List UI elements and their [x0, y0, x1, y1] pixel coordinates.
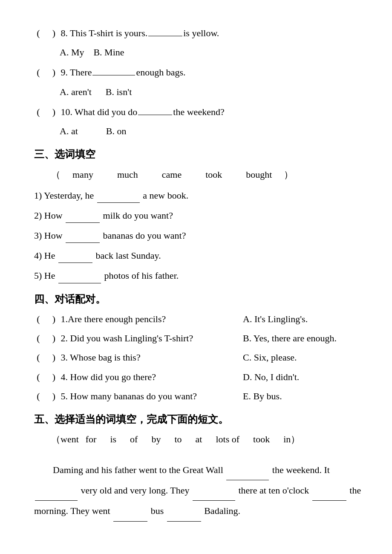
- fill-blank-1[interactable]: [97, 194, 140, 203]
- m4-answer-text: D. No, I didn't.: [243, 372, 299, 382]
- question-9: ( ) 9. There enough bags.: [34, 65, 366, 80]
- m4-paren-close: ): [50, 369, 58, 384]
- m1-answer-text: A. It's Lingling's.: [243, 314, 308, 324]
- m5-paren-open: (: [34, 389, 43, 404]
- q10-post: the weekend?: [173, 104, 224, 119]
- paren-8-close: ): [50, 26, 58, 40]
- fill-q2-num: 2) How: [34, 210, 63, 221]
- m2-answer: [43, 331, 50, 346]
- section-1-3: ( ) 8. This T-shirt is yours. is yellow.…: [34, 26, 366, 138]
- paren-9-close: ): [50, 65, 58, 80]
- fill-q5-post: photos of his father.: [104, 270, 179, 281]
- word-many: many: [72, 167, 93, 182]
- fill-q2: 2) How milk do you want?: [34, 208, 366, 223]
- word-came: came: [162, 167, 182, 182]
- word-took: took: [205, 167, 222, 182]
- paren-10: (: [34, 104, 43, 119]
- match-5: ( ) 5. How many bananas do you want? E. …: [34, 389, 366, 404]
- blank-9-answer: [43, 65, 50, 80]
- m3-answer: [43, 350, 50, 365]
- fill-q3-post: bananas do you want?: [103, 230, 186, 241]
- section-3-title: 三、选词填空: [34, 146, 366, 162]
- fill-q3-num: 3) How: [34, 230, 63, 241]
- blank-8-answer: [43, 26, 50, 40]
- m2-answer-text: B. Yes, there are enough.: [243, 333, 337, 343]
- fill-blank-3[interactable]: [66, 234, 100, 243]
- fill-q1-post: a new book.: [143, 190, 188, 201]
- match-2-left: ( ) 2. Did you wash Lingling's T-shirt?: [34, 331, 243, 346]
- fill-blank-5[interactable]: [58, 275, 101, 283]
- blank-9[interactable]: [92, 67, 135, 75]
- q10-options-text: A. at B. on: [60, 126, 126, 136]
- fill-blank-4[interactable]: [58, 254, 92, 263]
- fill-q5: 5) He photos of his father.: [34, 268, 366, 283]
- fill-blank-2[interactable]: [66, 214, 100, 223]
- para-blank-5[interactable]: [113, 513, 147, 522]
- s5-to: to: [174, 432, 182, 447]
- fill-q4: 4) He back last Sunday.: [34, 248, 366, 263]
- m4-paren-open: (: [34, 369, 43, 384]
- blank-10[interactable]: [138, 107, 172, 115]
- fill-q3: 3) How bananas do you want?: [34, 228, 366, 243]
- para-blank-6[interactable]: [167, 513, 201, 522]
- m3-answer-text: C. Six, please.: [243, 352, 297, 363]
- question-10: ( ) 10. What did you do the weekend?: [34, 104, 366, 119]
- s5-at: at: [196, 432, 202, 447]
- m5-answer-text: E. By bus.: [243, 391, 282, 401]
- q10-options: A. at B. on: [60, 124, 366, 138]
- m1-paren-close: ): [50, 312, 58, 326]
- para-blank-2[interactable]: [35, 492, 78, 501]
- match-1-left: ( ) 1.Are there enough pencils?: [34, 312, 243, 326]
- section-5-paragraph: Daming and his father went to the Great …: [34, 460, 366, 522]
- section-4-title: 四、对话配对。: [34, 291, 366, 307]
- s5-by: by: [151, 432, 161, 447]
- q9-options: A. aren't B. isn't: [60, 84, 366, 99]
- m2-paren-open: (: [34, 331, 43, 346]
- blank-8[interactable]: [148, 28, 182, 36]
- fill-q2-post: milk do you want?: [103, 210, 173, 221]
- fill-q5-num: 5) He: [34, 270, 55, 281]
- blank-10-answer: [43, 104, 50, 119]
- word-much: much: [117, 167, 138, 182]
- match-1: ( ) 1.Are there enough pencils? A. It's …: [34, 312, 366, 326]
- paren-9: (: [34, 65, 43, 80]
- para-blank-1[interactable]: [226, 472, 269, 480]
- m1-answer: [43, 312, 50, 326]
- fill-q4-num: 4) He: [34, 250, 55, 261]
- para-line-1: Daming and his father went to the Great …: [34, 460, 366, 522]
- section-3: 三、选词填空 （ many much came took bought ） 1)…: [34, 146, 366, 283]
- para-blank-3[interactable]: [193, 492, 235, 501]
- match-4-right: D. No, I didn't.: [243, 369, 366, 384]
- s5-took: took: [253, 432, 270, 447]
- m4-text: 4. How did you go there?: [61, 369, 156, 384]
- q8-options: A. My B. Mine: [60, 45, 366, 60]
- m4-answer: [43, 369, 50, 384]
- m5-answer: [43, 389, 50, 404]
- para-blank-4[interactable]: [312, 492, 346, 501]
- m3-paren-open: (: [34, 350, 43, 365]
- m2-paren-close: ): [50, 331, 58, 346]
- section-5-wordbox: （went for is of by to at lots of took in…: [51, 432, 366, 447]
- s5-is: is: [110, 432, 116, 447]
- section-3-wordbox: （ many much came took bought ）: [51, 167, 366, 182]
- s5-lots-of: lots of: [216, 432, 239, 447]
- match-3-left: ( ) 3. Whose bag is this?: [34, 350, 243, 365]
- q8-options-text: A. My B. Mine: [60, 47, 124, 58]
- match-4-left: ( ) 4. How did you go there?: [34, 369, 243, 384]
- fill-q1-num: 1) Yesterday, he: [34, 190, 94, 201]
- section-5-title: 五、选择适当的词填空，完成下面的短文。: [34, 411, 366, 427]
- match-3-right: C. Six, please.: [243, 350, 366, 365]
- q8-num: 8. This T-shirt is yours.: [61, 26, 148, 40]
- m3-paren-close: ): [50, 350, 58, 365]
- m1-paren-open: (: [34, 312, 43, 326]
- fill-q4-post: back last Sunday.: [95, 250, 161, 261]
- match-1-right: A. It's Lingling's.: [243, 312, 366, 326]
- paren-8: (: [34, 26, 43, 40]
- match-5-right: E. By bus.: [243, 389, 366, 404]
- s5-of: of: [130, 432, 138, 447]
- word-bought: bought: [246, 167, 272, 182]
- q8-post: is yellow.: [183, 26, 219, 40]
- s5-open: （went: [51, 432, 79, 447]
- m1-text: 1.Are there enough pencils?: [61, 312, 166, 326]
- m3-text: 3. Whose bag is this?: [61, 350, 141, 365]
